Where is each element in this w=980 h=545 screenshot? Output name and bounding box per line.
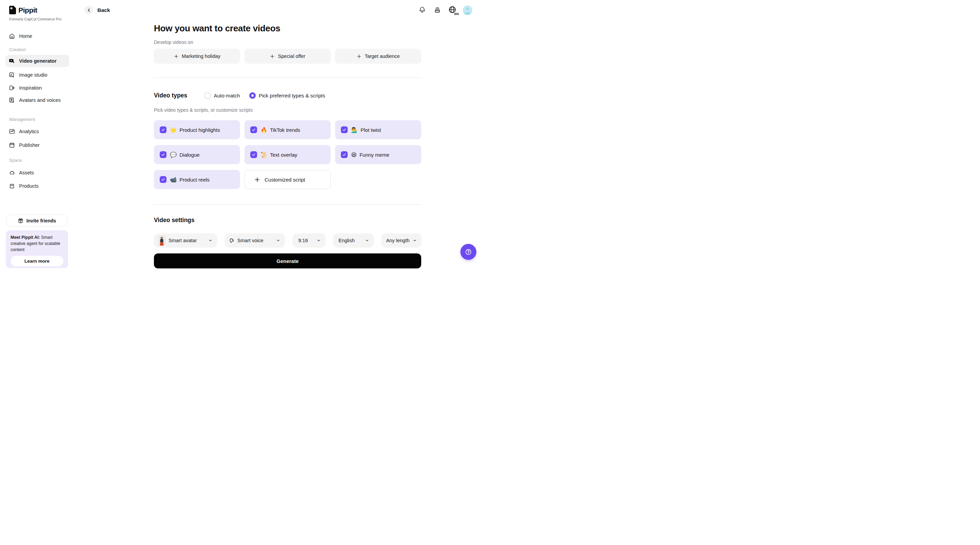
option-emoji: 💬 — [170, 151, 177, 158]
sidebar-item-inspiration[interactable]: Inspiration — [5, 82, 69, 94]
analytics-icon — [9, 128, 15, 135]
option-funny-meme[interactable]: 😆 Funny meme — [335, 145, 421, 164]
video-generator-icon — [9, 58, 15, 64]
image-studio-icon — [9, 72, 15, 78]
option-product-reels[interactable]: 📹 Product reels — [154, 170, 240, 189]
sidebar-item-products[interactable]: Products — [5, 180, 69, 192]
video-types-heading: Video types — [154, 92, 187, 99]
checkbox-checked-icon — [160, 151, 167, 158]
sidebar-section-space: Space — [9, 158, 22, 163]
help-button[interactable] — [460, 244, 476, 260]
sidebar-item-home[interactable]: Home — [5, 30, 69, 42]
customized-script-label: Customized script — [264, 177, 305, 183]
invite-friends-button[interactable]: Invite friends — [6, 215, 68, 226]
brand-logo[interactable]: Pippit — [9, 6, 37, 14]
checkbox-checked-icon — [341, 126, 348, 133]
layers-inbox-icon — [434, 7, 441, 13]
sidebar-item-label: Avatars and voices — [19, 97, 60, 103]
back-button[interactable] — [84, 6, 93, 14]
option-product-highlights[interactable]: 🌟 Product highlights — [154, 120, 240, 139]
language-value: English — [339, 238, 355, 243]
option-tiktok-trends[interactable]: 🔥 TikTok trends — [245, 120, 331, 139]
option-emoji: 🔥 — [261, 127, 267, 133]
target-audience-button[interactable]: Target audience — [335, 49, 421, 64]
customized-script-button[interactable]: Customized script — [245, 170, 331, 189]
back-label: Back — [97, 7, 110, 13]
option-emoji: 🌟 — [170, 127, 177, 133]
assets-cloud-icon — [9, 170, 15, 176]
video-length-dropdown[interactable]: Any length — [381, 233, 422, 248]
sidebar-item-analytics[interactable]: Analytics — [5, 125, 69, 138]
sidebar-section-creation: Creation — [9, 47, 26, 52]
radio-circle-unselected — [204, 92, 211, 99]
option-label: TikTok trends — [270, 127, 300, 133]
option-plot-twist[interactable]: 💁‍♂️ Plot twist — [335, 120, 421, 139]
video-length-value: Any length — [386, 238, 410, 243]
radio-auto-match[interactable]: Auto-match — [204, 92, 240, 99]
user-avatar[interactable] — [463, 5, 472, 15]
workspace-button[interactable] — [434, 7, 441, 14]
checkbox-checked-icon — [160, 126, 167, 133]
plus-icon — [356, 54, 362, 59]
option-text-overlay[interactable]: 📜 Text overlay — [245, 145, 331, 164]
option-emoji: 📜 — [261, 151, 267, 158]
learn-more-button[interactable]: Learn more — [11, 256, 63, 266]
pippit-ai-promo-card: Meet Pippit AI: Smart creative agent for… — [6, 230, 68, 268]
voice-icon — [229, 238, 235, 244]
smart-voice-dropdown[interactable]: Smart voice — [225, 233, 285, 248]
plus-icon — [255, 177, 260, 183]
option-dialogue[interactable]: 💬 Dialogue — [154, 145, 240, 164]
language-dropdown[interactable]: English — [333, 233, 374, 248]
target-audience-label: Target audience — [365, 54, 400, 59]
chevron-left-icon — [86, 8, 91, 13]
pippit-app: Pippit Formerly CapCut Commerce Pro Home… — [0, 0, 490, 272]
inspiration-icon — [9, 85, 15, 91]
smart-avatar-label: Smart avatar — [169, 238, 197, 243]
option-emoji: 📹 — [170, 177, 177, 183]
brand-tagline: Formerly CapCut Commerce Pro — [9, 17, 61, 21]
smart-avatar-dropdown[interactable]: Smart avatar — [154, 233, 217, 248]
sidebar: Pippit Formerly CapCut Commerce Pro Home… — [0, 0, 75, 272]
aspect-ratio-dropdown[interactable]: 9:16 — [293, 233, 326, 248]
sidebar-item-label: Publisher — [19, 142, 40, 148]
avatar-person-icon — [463, 5, 472, 15]
chevron-down-icon — [208, 238, 213, 242]
video-types-hint: Pick video types & scripts, or customize… — [154, 107, 253, 113]
sidebar-item-label: Products — [19, 183, 38, 189]
avatars-voices-icon — [9, 97, 15, 103]
sidebar-item-assets[interactable]: Assets — [5, 167, 69, 179]
option-label: Dialogue — [180, 152, 200, 158]
page-title: How you want to create videos — [154, 23, 280, 34]
radio-circle-selected — [249, 92, 256, 99]
sidebar-item-image-studio[interactable]: Image studio — [5, 69, 69, 81]
checkbox-checked-icon — [160, 176, 167, 183]
option-label: Product reels — [180, 177, 209, 183]
checkbox-checked-icon — [341, 151, 348, 158]
chevron-down-icon — [317, 238, 321, 242]
aspect-ratio-value: 9:16 — [298, 238, 308, 243]
sidebar-item-label: Assets — [19, 170, 34, 175]
option-emoji: 😆 — [351, 151, 357, 158]
marketing-holiday-button[interactable]: Marketing holiday — [154, 49, 240, 64]
marketing-holiday-label: Marketing holiday — [182, 54, 221, 59]
sidebar-item-publisher[interactable]: Publisher — [5, 139, 69, 151]
video-settings-row: Smart avatar Smart voice 9:16 English — [154, 233, 422, 248]
chevron-down-icon — [276, 238, 280, 242]
video-type-options-grid: 🌟 Product highlights 🔥 TikTok trends 💁‍♂… — [154, 120, 421, 189]
chevron-down-icon — [365, 238, 369, 242]
products-bag-icon — [9, 183, 15, 189]
checkbox-checked-icon — [250, 151, 257, 158]
promo-text-bold: Meet Pippit AI: — [11, 235, 40, 240]
sidebar-item-avatars-voices[interactable]: Avatars and voices — [5, 94, 69, 106]
special-offer-button[interactable]: Special offer — [245, 49, 331, 64]
plus-icon — [270, 54, 275, 59]
sidebar-item-video-generator[interactable]: Video generator — [5, 55, 69, 67]
special-offer-label: Special offer — [278, 54, 305, 59]
auto-match-label: Auto-match — [214, 92, 240, 99]
option-label: Plot twist — [361, 127, 381, 133]
language-selector[interactable]: EN — [448, 5, 458, 15]
main-content: How you want to create videos Develop vi… — [154, 0, 421, 272]
radio-pick-preferred[interactable]: Pick preferred types & scripts — [249, 92, 325, 99]
sidebar-item-label: Analytics — [19, 129, 39, 134]
generate-button[interactable]: Generate — [154, 253, 421, 268]
